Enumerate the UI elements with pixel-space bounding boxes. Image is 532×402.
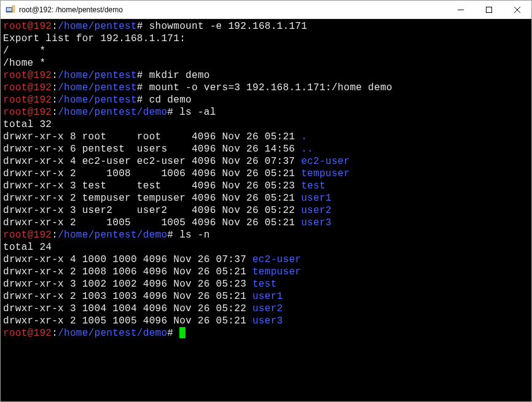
ls-dirname: test: [252, 279, 277, 290]
prompt-path: /home/pentest: [58, 82, 137, 93]
ls-row: drwxr-xr-x 2 1003 1003 4096 Nov 26 05:21: [3, 291, 252, 302]
ls-row: drwxr-xr-x 2 1008 1006 4096 Nov 26 05:21: [3, 266, 252, 277]
export-header: Export list for 192.168.1.171:: [3, 33, 186, 44]
prompt-suffix: #: [167, 107, 173, 118]
prompt-user: root@192: [3, 328, 52, 339]
ls-dirname: user1: [252, 291, 283, 302]
prompt-suffix: #: [137, 21, 143, 32]
prompt-user: root@192: [3, 21, 52, 32]
prompt-suffix: #: [137, 70, 143, 81]
ls-row: drwxr-xr-x 4 1000 1000 4096 Nov 26 07:37: [3, 254, 252, 265]
ls-row: drwxr-xr-x 3 1004 1004 4096 Nov 26 05:22: [3, 303, 252, 314]
ls-dirname: test: [301, 180, 326, 191]
prompt-colon: :: [52, 230, 58, 241]
prompt-path: /home/pentest/demo: [58, 230, 167, 241]
ls-dirname: tempuser: [252, 266, 301, 277]
prompt-user: root@192: [3, 95, 52, 106]
prompt-colon: :: [52, 82, 58, 93]
minimize-button[interactable]: [447, 1, 475, 19]
ls-row: drwxr-xr-x 2 tempuser tempuser 4096 Nov …: [3, 193, 301, 204]
prompt-colon: :: [52, 21, 58, 32]
prompt-path: /home/pentest: [58, 21, 137, 32]
cmd-lsal: ls -al: [173, 107, 216, 118]
putty-icon: [6, 5, 15, 15]
window-frame: root@192: /home/pentest/demo root@192:/h…: [0, 0, 532, 402]
ls-row: drwxr-xr-x 3 1002 1002 4096 Nov 26 05:23: [3, 279, 252, 290]
export-line: /home *: [3, 58, 45, 69]
close-button[interactable]: [503, 1, 531, 19]
ls-row: drwxr-xr-x 2 1005 1005 4096 Nov 26 05:21: [3, 217, 301, 228]
prompt-path: /home/pentest/demo: [58, 107, 167, 118]
ls-row: drwxr-xr-x 2 1005 1005 4096 Nov 26 05:21: [3, 315, 252, 327]
prompt-path: /home/pentest: [58, 70, 137, 81]
cmd-cd: cd demo: [143, 95, 192, 106]
cmd-mount: mount -o vers=3 192.168.1.171:/home demo: [143, 82, 393, 93]
ls-dirname: tempuser: [301, 168, 350, 179]
svg-rect-1: [7, 8, 12, 11]
ls-dirname: user2: [301, 205, 332, 216]
prompt-path: /home/pentest: [58, 95, 137, 106]
prompt-user: root@192: [3, 230, 52, 241]
ls-row: drwxr-xr-x 2 1008 1006 4096 Nov 26 05:21: [3, 168, 301, 179]
prompt-path: /home/pentest/demo: [58, 328, 167, 339]
prompt-suffix: #: [167, 230, 173, 241]
prompt-suffix: #: [167, 328, 173, 339]
prompt-colon: :: [52, 107, 58, 118]
window-title: root@192: /home/pentest/demo: [19, 6, 447, 14]
cmd-lsn: ls -n: [173, 230, 209, 241]
cursor: [179, 327, 186, 338]
ls-dirname: user3: [252, 315, 283, 327]
prompt-user: root@192: [3, 107, 52, 118]
ls-row: drwxr-xr-x 8 root root 4096 Nov 26 05:21: [3, 131, 301, 142]
ls-dirname: user2: [252, 303, 283, 314]
ls-dirname: ec2-user: [301, 156, 350, 167]
cmd-showmount: showmount -e 192.168.1.171: [143, 21, 307, 32]
terminal[interactable]: root@192:/home/pentest# showmount -e 192…: [1, 19, 531, 401]
total-line: total 32: [3, 119, 52, 130]
ls-dirname: ..: [301, 144, 313, 155]
prompt-colon: :: [52, 70, 58, 81]
window-controls: [447, 1, 531, 18]
svg-rect-2: [12, 6, 15, 12]
ls-row: drwxr-xr-x 4 ec2-user ec2-user 4096 Nov …: [3, 156, 301, 167]
ls-dirname: user3: [301, 217, 332, 228]
prompt-user: root@192: [3, 82, 52, 93]
prompt-suffix: #: [137, 82, 143, 93]
prompt-colon: :: [52, 95, 58, 106]
prompt-colon: :: [52, 328, 58, 339]
ls-dirname: ec2-user: [252, 254, 301, 265]
ls-row: drwxr-xr-x 3 test test 4096 Nov 26 05:23: [3, 180, 301, 191]
total-line: total 24: [3, 242, 52, 253]
ls-row: drwxr-xr-x 6 pentest users 4096 Nov 26 1…: [3, 144, 301, 155]
maximize-button[interactable]: [475, 1, 503, 19]
ls-row: drwxr-xr-x 3 user2 user2 4096 Nov 26 05:…: [3, 205, 301, 216]
prompt-user: root@192: [3, 70, 52, 81]
svg-rect-5: [487, 7, 492, 13]
cmd-mkdir: mkdir demo: [143, 70, 210, 81]
ls-dirname: .: [301, 131, 307, 142]
export-line: / *: [3, 45, 45, 56]
ls-dirname: user1: [301, 193, 332, 204]
prompt-suffix: #: [137, 95, 143, 106]
titlebar[interactable]: root@192: /home/pentest/demo: [1, 1, 531, 19]
